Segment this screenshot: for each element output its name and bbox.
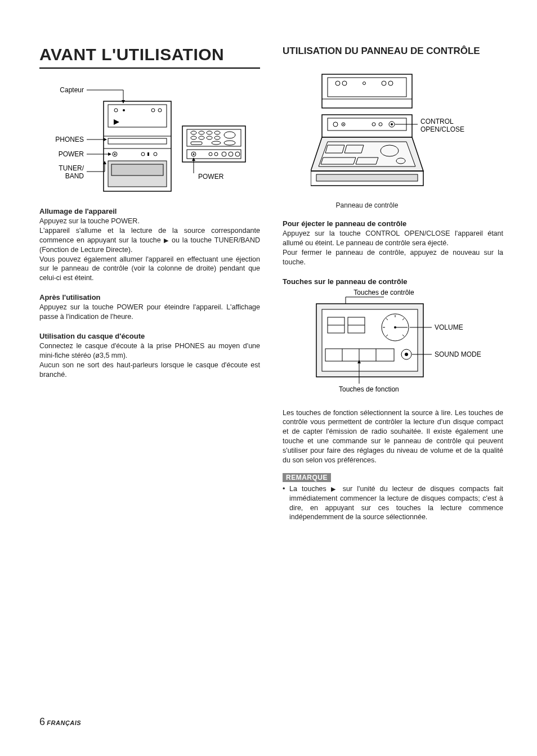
svg-rect-11: [108, 105, 167, 127]
svg-point-31: [214, 131, 220, 134]
svg-marker-49: [192, 158, 195, 161]
svg-point-32: [191, 136, 196, 140]
label-sound-mode: SOUND MODE: [435, 350, 481, 358]
svg-point-44: [214, 152, 218, 156]
text-apres: Appuyez sur la touche POWER pour éteindr…: [39, 303, 260, 322]
svg-point-39: [224, 141, 235, 145]
label-touches-fonction: Touches de fonction: [339, 385, 399, 393]
svg-point-102: [405, 353, 408, 356]
svg-point-47: [235, 152, 240, 156]
play-icon: ▶: [331, 485, 338, 492]
label-control-open: CONTROLOPEN/CLOSE: [420, 118, 464, 133]
remark-list: La touches ▶ sur l'unité du lecteur de d…: [283, 484, 503, 523]
text-allumage-2: L'appareil s'allume et la lecture de la …: [39, 226, 260, 255]
svg-rect-50: [322, 74, 412, 108]
label-tuner-band: TUNER/BAND: [59, 164, 84, 180]
svg-rect-25: [111, 164, 163, 176]
page-number: 6: [39, 716, 45, 727]
svg-point-34: [207, 136, 212, 140]
section-title-panneau: UTILISATION DU PANNEAU DE CONTRÔLE: [283, 45, 503, 57]
main-title: AVANT L'UTILISATION: [39, 45, 260, 69]
svg-marker-2: [122, 100, 125, 104]
svg-point-12: [114, 109, 118, 112]
label-power-right: POWER: [198, 173, 224, 181]
svg-point-63: [372, 123, 375, 126]
svg-point-55: [382, 81, 386, 86]
svg-point-64: [379, 123, 382, 126]
svg-point-30: [207, 131, 212, 134]
text-functions: Les touches de fonction sélectionnent la…: [283, 408, 503, 465]
text-ejecter-2: Pour fermer le panneau de contrôle, appu…: [283, 248, 503, 267]
page-language: FRANÇAIS: [47, 719, 81, 726]
svg-point-21: [141, 152, 145, 156]
text-allumage-1: Appuyez sur la touche POWER.: [39, 217, 260, 226]
label-touches-controle: Touches de contrôle: [353, 289, 414, 296]
heading-apres: Après l'utilisation: [39, 293, 260, 302]
label-capteur: Capteur: [60, 86, 84, 94]
caption-panneau: Panneau de contrôle: [311, 201, 423, 209]
svg-rect-51: [328, 78, 406, 97]
svg-marker-4: [104, 138, 107, 141]
diagram-panel-open: CONTROLOPEN/CLOSE Panneau de contrôle: [311, 70, 503, 209]
svg-point-37: [212, 141, 221, 145]
svg-point-45: [222, 152, 226, 156]
remark-item: La touches ▶ sur l'unité du lecteur de d…: [283, 484, 503, 523]
svg-point-52: [335, 81, 340, 86]
diagram-control-panel: Touches de contrôle: [305, 287, 503, 399]
play-icon: [114, 119, 119, 125]
remark-badge: REMARQUE: [283, 473, 331, 482]
svg-point-28: [191, 131, 196, 134]
page-footer: 6 FRANÇAIS: [39, 716, 81, 728]
svg-rect-17: [108, 138, 167, 144]
heading-touches: Touches sur le panneau de contrôle: [283, 277, 503, 286]
heading-casque: Utilisation du casque d'écoute: [39, 332, 260, 340]
svg-marker-69: [319, 142, 415, 166]
svg-point-56: [388, 81, 393, 86]
label-power-left: POWER: [59, 150, 84, 158]
svg-point-13: [123, 109, 125, 111]
svg-point-66: [391, 123, 393, 125]
play-icon: ▶: [164, 237, 169, 244]
svg-point-60: [333, 122, 338, 127]
svg-point-42: [193, 154, 195, 155]
text-casque-2: Aucun son ne sort des haut-parleurs lors…: [39, 361, 260, 380]
svg-rect-36: [191, 142, 202, 145]
label-phones: PHONES: [55, 136, 84, 143]
svg-rect-77: [316, 174, 418, 181]
svg-point-20: [114, 154, 116, 155]
svg-rect-22: [147, 152, 149, 156]
svg-point-35: [214, 136, 220, 140]
heading-allumage: Allumage de l'appareil: [39, 207, 260, 215]
svg-point-15: [158, 109, 162, 112]
svg-point-38: [224, 132, 235, 138]
svg-point-14: [151, 109, 155, 112]
text-casque-1: Connectez le casque d'écoute à la prise …: [39, 341, 260, 361]
svg-point-54: [363, 82, 366, 85]
right-column: UTILISATION DU PANNEAU DE CONTRÔLE: [283, 45, 503, 522]
svg-point-62: [343, 124, 344, 125]
text-ejecter-1: Appuyez sur la touche CONTROL OPEN/CLOSE…: [283, 229, 503, 248]
text-allumage-3: Vous pouvez également allumer l'appareil…: [39, 255, 260, 284]
svg-point-53: [342, 81, 347, 86]
svg-point-46: [229, 152, 233, 156]
diagram-device-front: Capteur PHONES POWER TUNER/BAND: [47, 84, 260, 197]
svg-point-33: [199, 136, 204, 140]
label-volume: VOLUME: [435, 323, 463, 331]
left-column: AVANT L'UTILISATION Capteur PHONES POWER…: [39, 45, 260, 522]
svg-marker-6: [108, 152, 111, 156]
svg-point-43: [209, 152, 212, 156]
svg-point-29: [199, 131, 204, 134]
heading-ejecter: Pour éjecter le panneau de contrôle: [283, 219, 503, 228]
svg-point-23: [154, 152, 157, 156]
